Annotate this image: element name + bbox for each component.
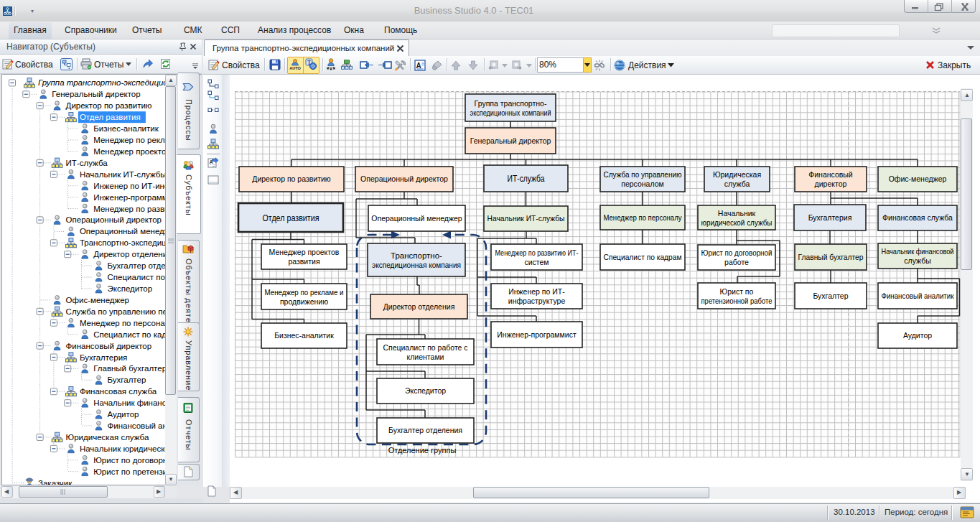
svg-text:ИТ-служба: ИТ-служба [508,174,545,184]
svg-text:Отдел развития: Отдел развития [80,113,141,121]
svg-text:Бухгалтер: Бухгалтер [108,376,146,384]
svg-text:Менеджер по рекламе и: Менеджер по рекламе и [265,288,344,297]
svg-text:Менеджер по персоналу: Менеджер по персоналу [604,213,683,222]
svg-text:экспедиционных компаний: экспедиционных компаний [470,108,551,117]
svg-text:Начальник финансовой: Начальник финансовой [882,247,954,256]
svg-text:Экспедитор: Экспедитор [405,386,446,395]
svg-text:Транспортно-: Транспортно- [391,251,442,260]
svg-text:Менеджер по развитию ИТ: Менеджер по развитию ИТ [93,205,177,213]
svg-text:Офис-менеджер: Офис-менеджер [66,296,129,304]
svg-text:Юридическая: Юридическая [713,170,761,179]
svg-text:Специалист по работе с: Специалист по работе с [383,343,467,352]
svg-text:Бизнес-аналитик: Бизнес-аналитик [93,124,159,133]
svg-text:службы: службы [904,256,930,265]
svg-text:Инженер-программист: Инженер-программист [93,193,177,202]
svg-text:систем: систем [524,258,549,266]
svg-text:Юридическая служба: Юридическая служба [66,433,149,442]
svg-text:Главный бухгалтер: Главный бухгалтер [93,364,167,373]
svg-text:продвижению: продвижению [280,297,328,306]
svg-text:Группа транспортно-: Группа транспортно- [475,99,547,108]
svg-text:Операционный менеджер: Операционный менеджер [80,227,177,236]
svg-text:юридической службы: юридической службы [701,218,773,227]
svg-text:клиентами: клиентами [407,353,444,361]
svg-text:Начальник ИТ-службы: Начальник ИТ-службы [487,214,565,223]
svg-text:Директор по развитию: Директор по развитию [252,174,331,183]
svg-text:Операционный директор: Операционный директор [360,174,448,183]
svg-text:служба: служба [724,180,750,188]
svg-text:Юрист по: Юрист по [720,287,754,296]
svg-text:инфраструктуре: инфраструктуре [508,297,566,305]
svg-text:Заказчик: Заказчик [38,479,73,485]
svg-text:Отдел развития: Отдел развития [263,213,319,223]
svg-text:Служба по управлению: Служба по управлению [604,170,682,179]
svg-text:Менеджер проектов разв: Менеджер проектов разв [93,147,177,156]
svg-text:Директор по развитию: Директор по развитию [66,101,152,110]
svg-text:Юрист по договорной: Юрист по договорной [701,248,773,257]
svg-text:Операционный директор: Операционный директор [66,215,162,224]
svg-text:Операционный менеджер: Операционный менеджер [371,214,462,223]
svg-text:Директор отделения: Директор отделения [383,302,455,311]
svg-text:Служба по управлению перс: Служба по управлению перс [66,307,177,316]
svg-text:Специалист по кадрам: Специалист по кадрам [604,253,682,261]
svg-text:Офис-менеджер: Офис-менеджер [889,174,947,183]
svg-text:Бизнес-аналитик: Бизнес-аналитик [274,331,334,340]
svg-text:Юрист по претензио: Юрист по претензио [93,467,172,476]
svg-text:Бухгалтер отделения: Бухгалтер отделения [388,426,462,434]
svg-text:претензионной работе: претензионной работе [701,297,773,305]
svg-text:Отделение группы: Отделение группы [388,446,457,455]
svg-text:Генеральный директор: Генеральный директор [52,90,140,98]
svg-text:персоналом: персоналом [621,180,664,188]
svg-text:Бухгалтер: Бухгалтер [813,292,848,300]
svg-text:A: A [416,62,421,70]
svg-text:Финансовый ана: Финансовый ана [108,421,172,430]
svg-text:Начальник ИТ-службы: Начальник ИТ-службы [80,170,167,179]
svg-text:Начальник финансо: Начальник финансо [93,399,171,407]
svg-text:ИТ-служба: ИТ-служба [66,159,108,167]
svg-text:Финансовый аналитик: Финансовый аналитик [882,292,954,300]
svg-text:Генеральный директор: Генеральный директор [470,136,551,145]
svg-text:Менеджер по рекламе и пр: Менеджер по рекламе и пр [93,136,177,144]
svg-text:развития: развития [288,257,319,266]
svg-text:Аудитор: Аудитор [108,410,139,419]
svg-text:Менеджер по развитию ИТ-: Менеджер по развитию ИТ- [495,248,579,257]
svg-text:Начальник юридической: Начальник юридической [80,444,174,453]
svg-text:Начальник: Начальник [718,209,756,218]
svg-text:Бухгалтерия: Бухгалтерия [80,353,127,362]
svg-text:Экспедитор: Экспедитор [108,284,153,293]
svg-text:Группа транспортно-экспедицион: Группа транспортно-экспедиционных [38,78,177,87]
svg-text:директор: директор [815,180,847,188]
svg-text:Инженер по ИТ-: Инженер по ИТ- [508,287,565,296]
svg-text:Финансовая служба: Финансовая служба [882,213,953,222]
svg-text:Директор отделения: Директор отделения [93,250,172,258]
svg-text:Менеджер проектов: Менеджер проектов [269,248,340,256]
svg-text:Инженер по ИТ-инфрастру: Инженер по ИТ-инфрастру [93,182,177,190]
svg-text:Бухгалтерия: Бухгалтерия [808,213,852,222]
svg-text:работе: работе [724,258,749,266]
svg-text:Аудитор: Аудитор [903,331,932,340]
svg-text:Финансовый: Финансовый [808,170,853,179]
svg-text:Транспортно-экспедицион: Транспортно-экспедицион [80,238,177,247]
svg-text:Финансовая служба: Финансовая служба [80,387,157,396]
svg-text:экспедиционная компания: экспедиционная компания [372,261,461,269]
svg-text:Финансовый директор: Финансовый директор [66,342,152,350]
svg-text:Менеджер по персоналу: Менеджер по персоналу [80,319,174,327]
svg-text:AUTO: AUTO [289,66,301,70]
svg-text:Главный бухгалтер: Главный бухгалтер [798,253,864,261]
svg-text:Специалист по кадра: Специалист по кадра [93,330,176,339]
svg-text:Юрист по договорно: Юрист по договорно [93,456,172,465]
svg-text:Инженер-программист: Инженер-программист [497,330,577,339]
